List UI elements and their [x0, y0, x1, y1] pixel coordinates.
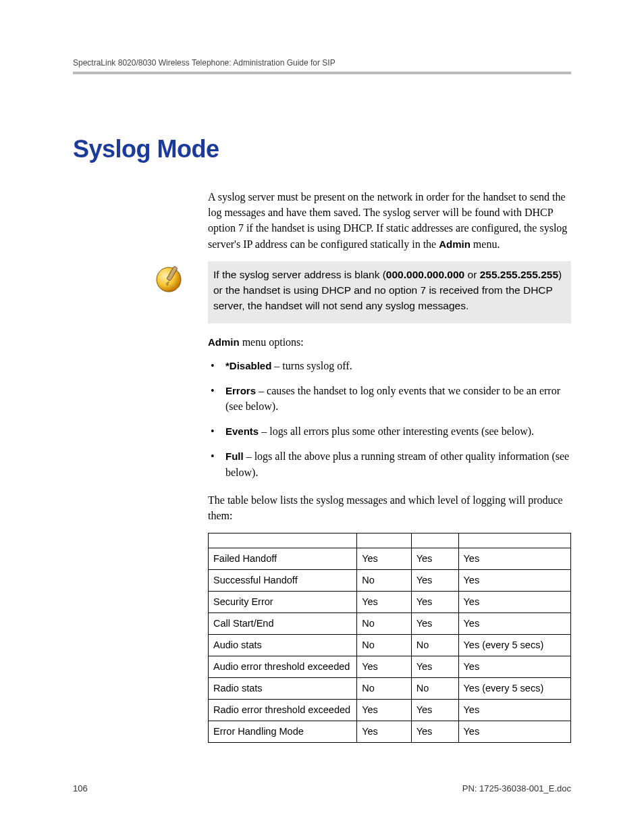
- part-number: PN: 1725-36038-001_E.doc: [462, 783, 571, 793]
- page-title: Syslog Mode: [73, 135, 571, 163]
- table-header: [458, 533, 571, 548]
- table-cell: Yes (every 5 secs): [458, 635, 571, 656]
- table-cell: Successful Handoff: [209, 570, 357, 592]
- table-row: Security ErrorYesYesYes: [209, 592, 571, 613]
- table-cell: Yes: [411, 700, 458, 721]
- syslog-table: Failed HandoffYesYesYesSuccessful Handof…: [208, 533, 571, 743]
- table-cell: Yes: [458, 592, 571, 613]
- table-cell: Yes: [458, 613, 571, 635]
- intro-text-1: A syslog server must be present on the n…: [208, 191, 567, 250]
- table-row: Successful HandoffNoYesYes: [209, 570, 571, 592]
- table-cell: Security Error: [209, 592, 357, 613]
- page-footer: 106 PN: 1725-36038-001_E.doc: [73, 783, 571, 793]
- table-cell: No: [357, 678, 412, 700]
- intro-text-2: menu.: [471, 238, 500, 250]
- table-cell: Yes: [411, 613, 458, 635]
- table-cell: Yes: [411, 721, 458, 743]
- table-cell: Yes: [458, 721, 571, 743]
- table-cell: Yes: [411, 592, 458, 613]
- table-row: Error Handling ModeYesYesYes: [209, 721, 571, 743]
- page-number: 106: [73, 783, 88, 793]
- intro-paragraph: A syslog server must be present on the n…: [208, 189, 571, 252]
- note-text: If the syslog server address is blank (0…: [208, 261, 571, 323]
- table-row: Audio error threshold exceededYesYesYes: [209, 656, 571, 678]
- table-cell: Yes: [357, 700, 412, 721]
- note-icon: [154, 263, 184, 293]
- admin-bold-2: Admin: [208, 336, 240, 348]
- table-cell: Yes: [357, 721, 412, 743]
- table-cell: Yes: [411, 656, 458, 678]
- note-bold2: 255.255.255.255: [480, 269, 558, 280]
- table-cell: Call Start/End: [209, 613, 357, 635]
- running-header: SpectraLink 8020/8030 Wireless Telephone…: [73, 58, 571, 72]
- table-intro: The table below lists the syslog message…: [208, 492, 571, 523]
- option-bold: *Disabled: [225, 360, 271, 371]
- note-part1: If the syslog server address is blank (: [213, 269, 386, 280]
- list-item: Full – logs all the above plus a running…: [208, 448, 571, 479]
- options-list: *Disabled – turns syslog off. Errors – c…: [208, 358, 571, 480]
- table-cell: No: [411, 635, 458, 656]
- admin-options-heading: Admin menu options:: [208, 334, 571, 350]
- note-callout: If the syslog server address is blank (0…: [154, 261, 571, 323]
- table-cell: Yes: [458, 570, 571, 592]
- table-row: Audio statsNoNoYes (every 5 secs): [209, 635, 571, 656]
- table-cell: Yes: [357, 592, 412, 613]
- table-cell: No: [357, 570, 412, 592]
- table-header: [411, 533, 458, 548]
- table-cell: Audio stats: [209, 635, 357, 656]
- admin-bold: Admin: [439, 238, 471, 250]
- admin-rest: menu options:: [240, 336, 304, 348]
- table-row: Failed HandoffYesYesYes: [209, 548, 571, 570]
- option-bold: Errors: [225, 385, 256, 396]
- table-cell: Error Handling Mode: [209, 721, 357, 743]
- table-cell: No: [411, 678, 458, 700]
- table-cell: Yes: [458, 656, 571, 678]
- table-cell: Yes: [458, 700, 571, 721]
- option-text: – logs all the above plus a running stre…: [225, 450, 569, 477]
- table-cell: Yes: [357, 548, 412, 570]
- table-header-row: [209, 533, 571, 548]
- table-header: [357, 533, 412, 548]
- note-bold1: 000.000.000.000: [386, 269, 464, 280]
- table-cell: Yes: [411, 570, 458, 592]
- note-part2: or: [464, 269, 479, 280]
- table-cell: Failed Handoff: [209, 548, 357, 570]
- table-cell: Radio stats: [209, 678, 357, 700]
- list-item: *Disabled – turns syslog off.: [208, 358, 571, 373]
- table-cell: Radio error threshold exceeded: [209, 700, 357, 721]
- table-row: Radio statsNoNoYes (every 5 secs): [209, 678, 571, 700]
- option-text: – turns syslog off.: [271, 360, 352, 371]
- header-divider: [73, 72, 571, 74]
- table-cell: Yes (every 5 secs): [458, 678, 571, 700]
- table-cell: Audio error threshold exceeded: [209, 656, 357, 678]
- table-cell: Yes: [411, 548, 458, 570]
- option-bold: Events: [225, 425, 259, 437]
- table-cell: Yes: [458, 548, 571, 570]
- table-header: [209, 533, 357, 548]
- list-item: Errors – causes the handset to log only …: [208, 383, 571, 414]
- table-cell: No: [357, 635, 412, 656]
- list-item: Events – logs all errors plus some other…: [208, 423, 571, 439]
- option-bold: Full: [225, 450, 244, 462]
- option-text: – logs all errors plus some other intere…: [259, 425, 534, 437]
- table-cell: Yes: [357, 656, 412, 678]
- option-text: – causes the handset to log only events …: [225, 385, 560, 412]
- table-row: Call Start/EndNoYesYes: [209, 613, 571, 635]
- table-cell: No: [357, 613, 412, 635]
- table-row: Radio error threshold exceededYesYesYes: [209, 700, 571, 721]
